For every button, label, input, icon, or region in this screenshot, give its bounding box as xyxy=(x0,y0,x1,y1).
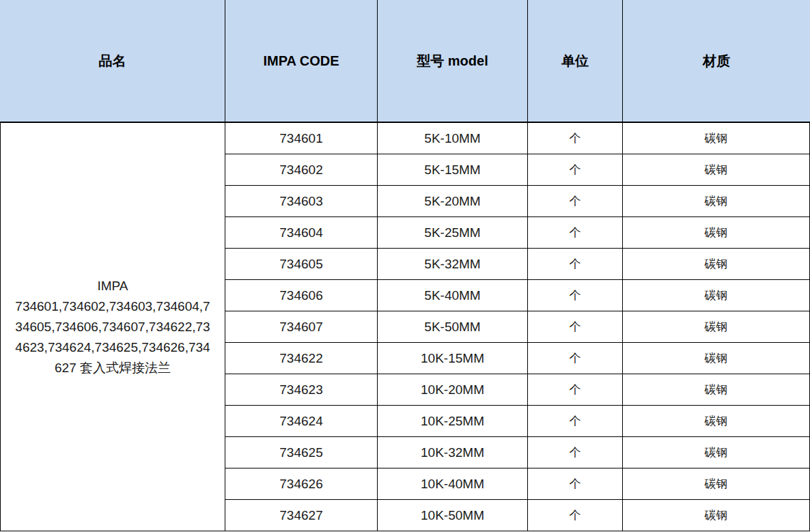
header-unit: 单位 xyxy=(528,0,623,123)
cell-unit: 个 xyxy=(528,280,623,311)
cell-unit: 个 xyxy=(528,500,623,531)
cell-unit: 个 xyxy=(528,186,623,217)
cell-material: 碳钢 xyxy=(623,437,810,468)
cell-model: 10K-15MM xyxy=(378,343,528,374)
cell-impa-code: 734601 xyxy=(225,123,378,154)
cell-material: 碳钢 xyxy=(623,186,810,217)
cell-unit: 个 xyxy=(528,343,623,374)
cell-model: 5K-25MM xyxy=(378,217,528,249)
page: 品名 IMPA CODE 型号 model 单位 材质 IMPA 734601,… xyxy=(0,0,810,532)
cell-impa-code: 734623 xyxy=(225,374,378,406)
cell-material: 碳钢 xyxy=(623,217,810,249)
product-table: 品名 IMPA CODE 型号 model 单位 材质 IMPA 734601,… xyxy=(0,0,810,531)
cell-material: 碳钢 xyxy=(623,123,810,154)
cell-model: 5K-50MM xyxy=(378,311,528,343)
header-product: 品名 xyxy=(0,0,225,123)
cell-model: 10K-50MM xyxy=(378,500,528,531)
cell-material: 碳钢 xyxy=(623,249,810,280)
cell-model: 5K-20MM xyxy=(378,186,528,217)
cell-material: 碳钢 xyxy=(623,468,810,500)
cell-model: 5K-10MM xyxy=(378,123,528,154)
cell-unit: 个 xyxy=(528,374,623,406)
cell-material: 碳钢 xyxy=(623,406,810,437)
product-name-cell: IMPA 734601,734602,734603,734604,7 34605… xyxy=(0,123,225,531)
cell-unit: 个 xyxy=(528,406,623,437)
cell-unit: 个 xyxy=(528,437,623,468)
cell-unit: 个 xyxy=(528,123,623,154)
cell-impa-code: 734607 xyxy=(225,311,378,343)
cell-unit: 个 xyxy=(528,217,623,249)
cell-model: 5K-32MM xyxy=(378,249,528,280)
cell-model: 5K-40MM xyxy=(378,280,528,311)
cell-impa-code: 734605 xyxy=(225,249,378,280)
cell-material: 碳钢 xyxy=(623,343,810,374)
cell-impa-code: 734606 xyxy=(225,280,378,311)
cell-unit: 个 xyxy=(528,154,623,186)
cell-impa-code: 734604 xyxy=(225,217,378,249)
cell-impa-code: 734626 xyxy=(225,468,378,500)
cell-model: 10K-32MM xyxy=(378,437,528,468)
cell-impa-code: 734624 xyxy=(225,406,378,437)
cell-impa-code: 734625 xyxy=(225,437,378,468)
cell-impa-code: 734603 xyxy=(225,186,378,217)
cell-model: 10K-25MM xyxy=(378,406,528,437)
cell-material: 碳钢 xyxy=(623,311,810,343)
cell-unit: 个 xyxy=(528,311,623,343)
header-model: 型号 model xyxy=(378,0,528,123)
cell-unit: 个 xyxy=(528,249,623,280)
cell-material: 碳钢 xyxy=(623,280,810,311)
cell-impa-code: 734627 xyxy=(225,500,378,531)
cell-model: 5K-15MM xyxy=(378,154,528,186)
cell-impa-code: 734602 xyxy=(225,154,378,186)
cell-model: 10K-20MM xyxy=(378,374,528,406)
cell-model: 10K-40MM xyxy=(378,468,528,500)
cell-material: 碳钢 xyxy=(623,154,810,186)
header-material: 材质 xyxy=(623,0,810,123)
cell-unit: 个 xyxy=(528,468,623,500)
cell-impa-code: 734622 xyxy=(225,343,378,374)
cell-material: 碳钢 xyxy=(623,500,810,531)
cell-material: 碳钢 xyxy=(623,374,810,406)
header-impa-code: IMPA CODE xyxy=(225,0,378,123)
